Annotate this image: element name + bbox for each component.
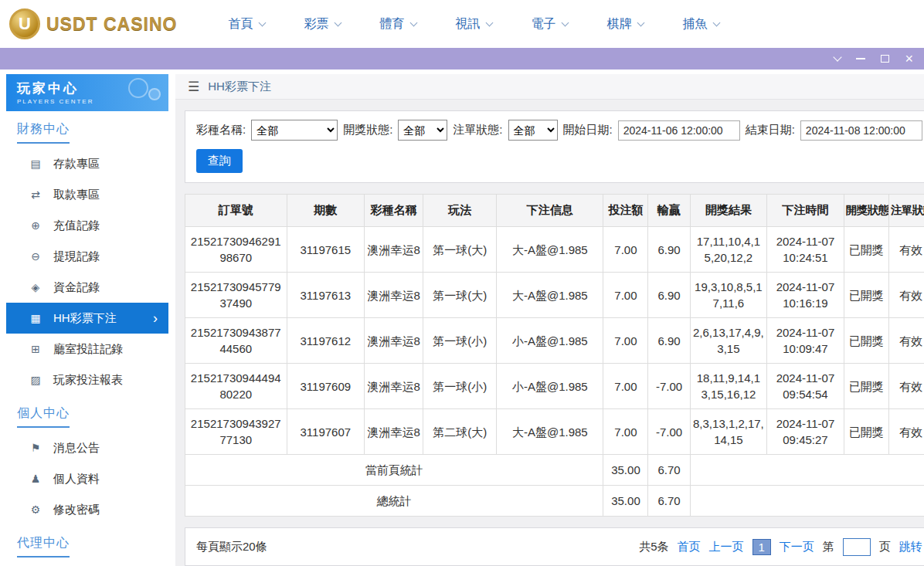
cell-result: 17,11,10,4,15,20,12,2 (690, 227, 767, 273)
order-status-label: 注單狀態: (453, 123, 502, 137)
sidebar-item-player-bet-report[interactable]: ▨ 玩家投注報表 (6, 364, 168, 395)
sidebar-item-change-password[interactable]: ⚙ 修改密碼 (6, 494, 168, 525)
cell-bet-info: 大-A盤@1.985 (497, 227, 603, 273)
start-date-input[interactable] (618, 120, 740, 141)
summary-amount: 35.00 (603, 486, 648, 517)
main-content: ☰ HH彩票下注 彩種名稱: 全部 開獎狀態: 全部 注單狀態: 全部 (175, 74, 924, 566)
breadcrumb: ☰ HH彩票下注 (175, 74, 924, 100)
lottery-icon: ▦ (28, 312, 43, 324)
window-minimize-button[interactable] (856, 58, 865, 59)
cell-amount: 7.00 (603, 273, 648, 318)
draw-status-label: 開獎狀態: (343, 123, 392, 137)
cell-order: 2152173094392777130 (185, 409, 287, 455)
total-count-text: 共5条 (639, 540, 668, 554)
draw-status-select[interactable]: 全部 (398, 120, 447, 141)
cell-period: 31197615 (287, 227, 365, 273)
cell-winloss: 6.90 (648, 318, 690, 364)
sidebar-item-cashout-records[interactable]: ⊖ 提現記錄 (6, 241, 168, 272)
pagination-prev[interactable]: 上一页 (709, 540, 744, 554)
cell-play: 第一球(小) (423, 318, 497, 364)
table-row: 2152173094392777130 31197607 澳洲幸运8 第二球(大… (185, 409, 924, 455)
cell-order: 2152173094449480220 (185, 364, 287, 409)
cell-winloss: 6.90 (648, 227, 690, 273)
sidebar-header: 玩家中心 PLAYERS CENTER (6, 74, 168, 111)
sidebar-subtitle: PLAYERS CENTER (17, 98, 168, 105)
sidebar-item-hall-bet-records[interactable]: ⊞ 廳室投註記錄 (6, 334, 168, 364)
current-page-summary-row: 當前頁統計 35.00 6.70 (185, 455, 924, 486)
window-close-button[interactable]: × (905, 52, 913, 66)
funds-icon: ◈ (28, 281, 43, 293)
gear-icon: ⚙ (28, 503, 43, 516)
withdraw-icon: ⇄ (28, 188, 43, 201)
pagination-current-page[interactable]: 1 (752, 539, 771, 555)
jump-suffix-label: 页 (879, 540, 891, 554)
nav-item-home[interactable]: 首頁 (228, 16, 265, 32)
cell-play: 第一球(小) (423, 364, 497, 409)
sidebar-item-recharge-records[interactable]: ⊕ 充值記錄 (6, 210, 168, 241)
cell-order: 2152173094387744560 (185, 318, 287, 364)
search-button[interactable]: 查詢 (196, 149, 243, 173)
cell-amount: 7.00 (603, 227, 648, 273)
notice-icon: ⚑ (28, 442, 43, 454)
lottery-name-label: 彩種名稱: (196, 123, 246, 137)
brand-logo[interactable]: U USDT CASINO (9, 8, 177, 39)
finance-menu: ▤ 存款專區 ⇄ 取款專區 ⊕ 充值記錄 ⊖ 提現記錄 ◈ 資金記錄 ▦ HH彩… (6, 148, 168, 395)
cell-lottery: 澳洲幸运8 (365, 409, 423, 455)
cell-amount: 7.00 (603, 318, 648, 364)
pagination-jump-button[interactable]: 跳转 (899, 540, 922, 554)
sidebar-item-deposit[interactable]: ▤ 存款專區 (6, 148, 168, 179)
nav-item-electronic[interactable]: 電子 (531, 16, 568, 32)
sidebar-item-announcements[interactable]: ⚑ 消息公告 (6, 432, 168, 463)
summary-empty (690, 486, 924, 517)
report-icon: ▨ (28, 374, 43, 386)
col-period: 期數 (287, 195, 365, 227)
page-jump-input[interactable] (843, 538, 871, 556)
recharge-icon: ⊕ (28, 219, 43, 232)
hamburger-icon[interactable]: ☰ (188, 79, 199, 95)
cell-lottery: 澳洲幸运8 (365, 227, 423, 273)
col-order-number: 訂單號 (185, 195, 287, 227)
summary-empty (690, 455, 924, 486)
summary-winloss: 6.70 (648, 486, 690, 517)
cell-order-status: 有效 (888, 409, 924, 455)
nav-item-lottery[interactable]: 彩票 (304, 16, 341, 32)
table-row: 2152173094387744560 31197612 澳洲幸运8 第一球(小… (185, 318, 924, 364)
brand-logo-icon: U (9, 8, 40, 39)
pagination-first[interactable]: 首页 (678, 540, 701, 554)
cell-result: 19,3,10,8,5,17,11,6 (690, 273, 767, 318)
order-status-select[interactable]: 全部 (508, 120, 558, 141)
hall-icon: ⊞ (28, 343, 43, 355)
sidebar-item-withdraw[interactable]: ⇄ 取款專區 (6, 179, 168, 210)
col-bet-amount: 投注額 (603, 195, 648, 227)
window-maximize-button[interactable] (881, 55, 889, 63)
pagination-next[interactable]: 下一页 (780, 540, 814, 554)
nav-item-fishing[interactable]: 捕魚 (682, 16, 719, 32)
cell-lottery: 澳洲幸运8 (365, 273, 423, 318)
sidebar-item-profile[interactable]: ♟ 個人資料 (6, 463, 168, 494)
cell-draw-status: 已開獎 (844, 227, 888, 273)
lottery-name-select[interactable]: 全部 (251, 120, 338, 141)
chevron-down-icon (486, 19, 494, 26)
cell-time: 2024-11-07 09:45:27 (767, 409, 844, 455)
sidebar-item-fund-records[interactable]: ◈ 資金記錄 (6, 272, 168, 303)
chevron-down-icon (713, 19, 721, 26)
sidebar-item-hh-lottery-bets[interactable]: ▦ HH彩票下注 › (6, 303, 168, 334)
table-row: 2152173094629198670 31197615 澳洲幸运8 第一球(大… (185, 227, 924, 273)
cell-result: 18,11,9,14,13,15,16,12 (690, 364, 767, 409)
table-header-row: 訂單號 期數 彩種名稱 玩法 下注信息 投注額 輸贏 開獎結果 下注時間 開獎狀… (185, 195, 924, 227)
cell-winloss: -7.00 (648, 409, 690, 455)
cell-period: 31197607 (287, 409, 365, 455)
cell-order: 2152173094629198670 (185, 227, 287, 273)
cell-play: 第二球(大) (423, 409, 497, 455)
nav-item-chess[interactable]: 棋牌 (606, 16, 644, 32)
nav-item-sports[interactable]: 體育 (379, 16, 416, 32)
nav-item-video[interactable]: 視訊 (455, 16, 492, 32)
window-shade-icon[interactable] (834, 53, 842, 61)
end-date-input[interactable] (800, 120, 922, 141)
sidebar: 玩家中心 PLAYERS CENTER 財務中心 ▤ 存款專區 ⇄ 取款專區 ⊕… (6, 74, 168, 566)
bets-table: 訂單號 期數 彩種名稱 玩法 下注信息 投注額 輸贏 開獎結果 下注時間 開獎狀… (185, 194, 924, 517)
cell-amount: 7.00 (603, 364, 648, 409)
section-title-personal: 個人中心 (6, 395, 168, 428)
cell-period: 31197612 (287, 318, 365, 364)
col-bet-time: 下注時間 (767, 195, 844, 227)
